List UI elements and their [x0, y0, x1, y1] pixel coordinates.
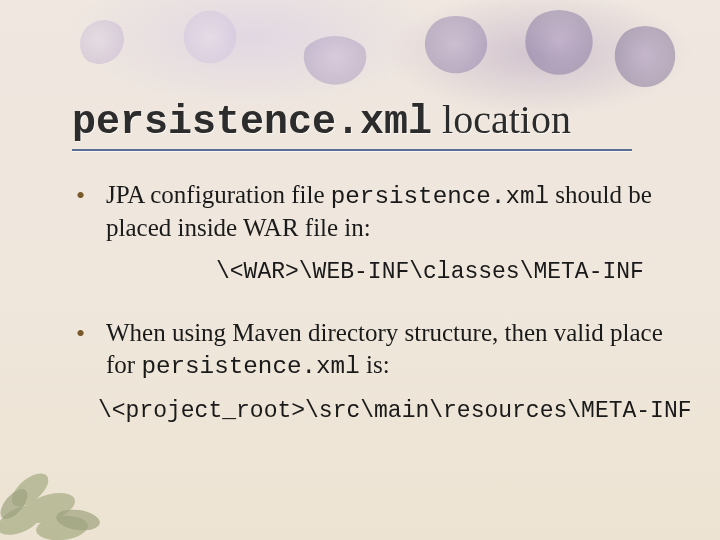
bullet-item: When using Maven directory structure, th…: [72, 317, 690, 425]
code-path: \<project_root>\src\main\resources\META-…: [98, 397, 690, 426]
title-rest: location: [432, 97, 571, 142]
title-mono: persistence.xml: [72, 100, 432, 145]
svg-point-5: [55, 507, 101, 533]
svg-point-1: [17, 487, 78, 529]
svg-point-3: [35, 513, 89, 540]
slide-title: persistence.xml location: [72, 96, 571, 147]
bullet-item: JPA configuration file persistence.xml s…: [72, 179, 690, 287]
title-underline: [72, 149, 632, 151]
slide: persistence.xml location JPA configurati…: [0, 0, 720, 540]
svg-point-4: [0, 484, 32, 523]
bullet-text-mono: persistence.xml: [331, 183, 549, 210]
svg-point-0: [0, 499, 47, 540]
bullet-text-pre: JPA configuration file: [106, 181, 331, 208]
bullet-text-post: is:: [360, 351, 390, 378]
bullet-text-mono: persistence.xml: [141, 353, 359, 380]
svg-point-2: [6, 467, 54, 512]
code-path: \<WAR>\WEB-INF\classes\META-INF: [216, 258, 690, 287]
bullet-list: JPA configuration file persistence.xml s…: [72, 179, 690, 426]
content-area: persistence.xml location JPA configurati…: [72, 96, 690, 456]
